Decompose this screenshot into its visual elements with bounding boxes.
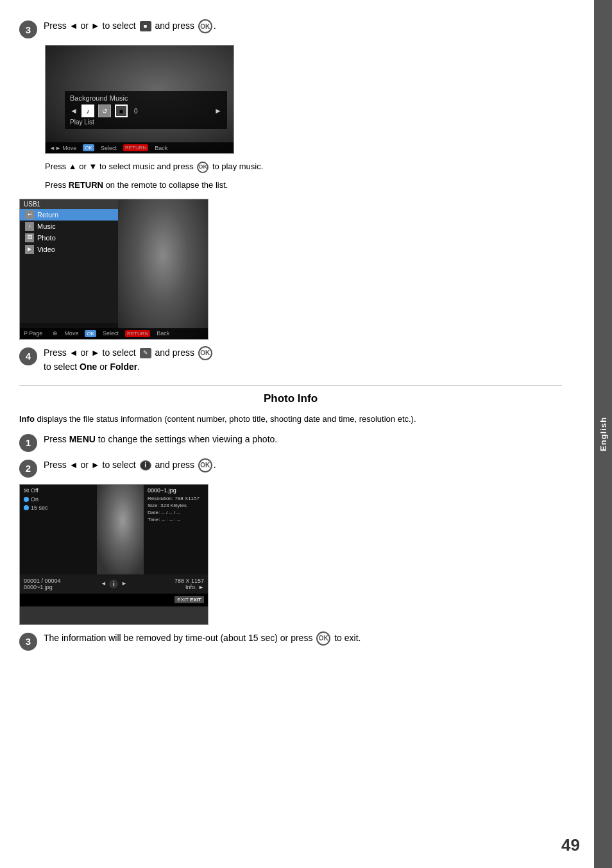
bg-music-screen: Background Music ◄ ♪ ↺ ■ 0 ► Play List ◄…	[45, 45, 234, 154]
music-icon: ♪	[25, 222, 34, 231]
pi-info-btn: Info.	[185, 584, 197, 590]
pi-exit-btn: EXIT EXIT	[174, 596, 204, 603]
page-number: 49	[561, 835, 580, 855]
pi-size-value: 323 KBytes	[160, 503, 187, 508]
pi-nav-arrows2: ►	[121, 580, 127, 587]
usb-item-photo: 🖼 Photo	[20, 232, 119, 244]
usb-page: P Page	[24, 330, 42, 337]
pi-status-bar: EXIT EXIT	[20, 594, 208, 606]
pi-date-row: Date: -- / -- / --	[148, 510, 204, 515]
step3-or: or	[80, 21, 88, 31]
pi-item-timer: 15 sec	[24, 505, 93, 511]
usb-bar: P Page ⊕ Move OK Select RETURN Back	[20, 328, 208, 339]
step3-photo-ok: OK	[316, 631, 330, 646]
step3-and-press: and press	[155, 21, 194, 31]
bg-music-overlay: Background Music ◄ ♪ ↺ ■ 0 ► Play List	[65, 91, 227, 129]
screen1-bar: ◄► Move OK Select RETURN Back	[46, 142, 234, 153]
pi-date-value: -- / -- / --	[161, 510, 180, 515]
bg-music-title: Background Music	[70, 94, 222, 102]
pi-count-text: 00001 / 00004	[24, 578, 80, 584]
side-tab-label: English	[599, 417, 608, 451]
info-text1: Press ▲ or ▼ to select music and press O…	[45, 160, 562, 174]
pi-bottom: 00001 / 00004 0000~1.jpg ◄ i ► 788 X 115…	[20, 574, 208, 594]
step3-to-select: to select	[103, 21, 136, 31]
pi-size-row: Size: 323 KBytes	[148, 503, 204, 508]
pi-resolution-row: Resolution: 788 X1157	[148, 496, 204, 501]
pi-top: ✉ Off On 15 sec	[20, 485, 208, 574]
step3-arrow-right: ►	[91, 21, 103, 31]
pi-nav-icon: i	[109, 580, 118, 588]
step3-top-row: 3 Press ◄ or ► to select ■ and press OK.	[19, 19, 562, 38]
step3-photo-text: The information will be removed by time-…	[44, 631, 562, 646]
pi-res-display: 788 X 1157 Info. ►	[148, 578, 204, 590]
usb-select: Select	[103, 330, 119, 337]
usb-menu: ↩ Return ♪ Music 🖼 Photo ▶ Video	[20, 209, 119, 323]
arrow-right-icon: ►	[214, 106, 222, 115]
usb-move: ⊕	[53, 330, 58, 337]
step3-icon: ■	[140, 21, 151, 31]
screen1-back: Back	[155, 145, 167, 151]
step3-press: Press	[44, 21, 67, 31]
screen1-move: ◄► Move	[49, 145, 76, 151]
step1-rest: to change the settings when viewing a ph…	[98, 434, 277, 444]
step4-ok: OK	[198, 346, 212, 360]
screen1-ok: OK	[83, 144, 94, 151]
step3-circle: 3	[19, 21, 37, 38]
pi-res-text: 788 X 1157	[148, 578, 204, 584]
pi-time-row: Time: -- : -- : --	[148, 517, 204, 522]
pi-size-label: Size:	[148, 503, 159, 508]
usb-browser-screen: USB1 111 ↩ Return ♪ Music 🖼 Photo	[19, 199, 208, 340]
step3-photo-text2: to exit.	[334, 633, 361, 643]
section-title: Photo Info	[19, 392, 562, 405]
info-body: displays the file status information (co…	[35, 414, 416, 424]
step1-menu: MENU	[69, 434, 98, 444]
step4-one: One	[80, 362, 97, 372]
step4-or: or	[80, 347, 88, 358]
step4-to-select2: to select	[44, 362, 77, 372]
step3-photo-circle: 3	[19, 633, 37, 651]
step4-period: .	[137, 362, 140, 372]
photo-info-screen: ✉ Off On 15 sec	[19, 484, 208, 625]
pi-off-label: Off	[31, 487, 38, 494]
step2-arrow-right: ►	[91, 460, 103, 470]
screen1-select: Select	[101, 145, 117, 151]
step1-photo-text: Press MENU to change the settings when v…	[44, 433, 562, 446]
exit-label: EXIT	[177, 597, 189, 603]
usb-ok: OK	[85, 330, 96, 337]
video-icon: ▶	[25, 245, 34, 254]
side-tab: English	[594, 0, 612, 868]
step2-period: .	[214, 460, 216, 470]
pi-time-value: -- : -- : --	[162, 517, 180, 522]
step4-press: Press	[44, 347, 67, 358]
step2-ok: OK	[198, 458, 212, 472]
step2-press: Press	[44, 460, 67, 470]
photo-icon: 🖼	[25, 233, 34, 242]
pi-date-label: Date:	[148, 510, 160, 515]
step4-arrow-left: ◄	[69, 347, 81, 358]
step3-top-text: Press ◄ or ► to select ■ and press OK.	[44, 19, 562, 33]
pi-item-email: ✉ Off	[24, 487, 93, 494]
step1-press: Press	[44, 434, 67, 444]
section-divider	[19, 385, 562, 386]
usb-music-label: Music	[37, 222, 56, 230]
step2-photo-row: 2 Press ◄ or ► to select i and press OK.	[19, 458, 562, 478]
usb-move-label: Move	[64, 330, 78, 337]
step4-and-press: and press	[155, 347, 194, 358]
icon-rotate: ↺	[98, 104, 111, 117]
pi-right-panel: 0000~1.jpg Resolution: 788 X1157 Size: 3…	[144, 485, 208, 574]
step4-row: 4 Press ◄ or ► to select ✎ and press OK …	[19, 346, 562, 374]
dot-active	[24, 497, 29, 502]
pi-on-label: On	[31, 496, 38, 503]
step1-photo-circle: 1	[19, 434, 37, 452]
screen1-return: RETURN	[123, 144, 148, 151]
step2-photo-text: Press ◄ or ► to select i and press OK.	[44, 458, 562, 472]
step4-to-select: to select	[103, 347, 136, 358]
pi-resolution-label: Resolution:	[148, 496, 173, 501]
info-lead: Info	[19, 414, 35, 424]
bar-value: 0	[134, 108, 138, 115]
info-description: Info displays the file status informatio…	[19, 413, 562, 426]
step2-icon: i	[140, 460, 151, 471]
step3-photo-row: 3 The information will be removed by tim…	[19, 631, 562, 651]
playlist-label: Play List	[70, 119, 222, 126]
pi-time-label: Time:	[148, 517, 160, 522]
